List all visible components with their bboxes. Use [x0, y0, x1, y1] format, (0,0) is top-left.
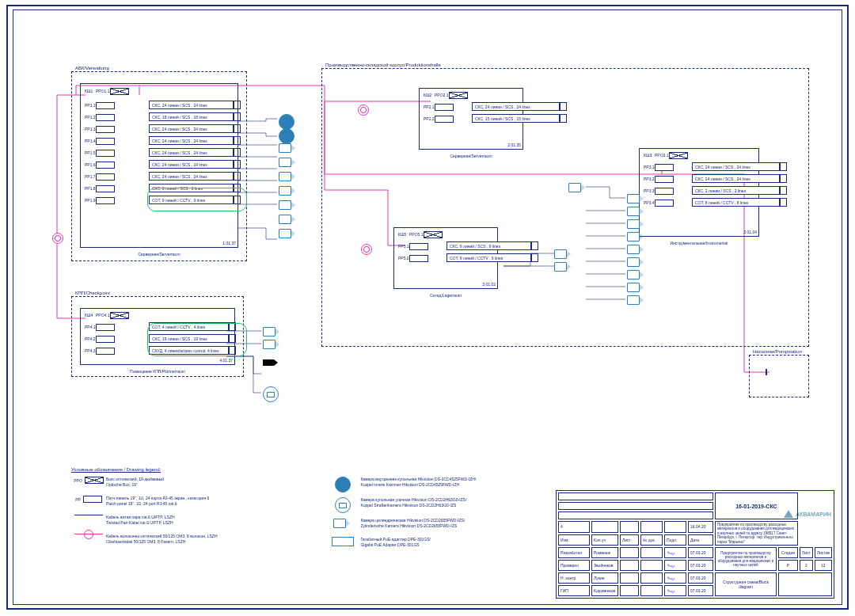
- port-icon: [559, 102, 567, 111]
- port-icon: [779, 186, 787, 195]
- cyl-cam-icon: [263, 339, 282, 350]
- link-label: СКС, 24 линии / SCS , 24 lines: [149, 172, 234, 181]
- room-server1: КШ1 PPO1.1 PP1.1СКС, 24 линии / SCS , 24…: [80, 83, 238, 248]
- patch-panel-icon: [96, 336, 115, 343]
- cyl-cam-icon: [627, 206, 646, 217]
- link-label: СКС, 24 линии / SCS , 24 lines: [692, 174, 781, 183]
- patch-panel-icon: [96, 197, 115, 204]
- cyl-cam-icon: [279, 143, 298, 154]
- building-label: Производственно-складской корпус/Produkt…: [325, 63, 441, 67]
- building-label: КПП/Checkpoint: [75, 291, 110, 295]
- cyl-cam-icon: [627, 257, 646, 268]
- building-pump: Насосная/Pumpstation: [749, 355, 809, 397]
- port-icon: [228, 334, 236, 343]
- building-kpp: КПП/Checkpoint КШ4 PPO4.1 PP4.1СОТ, 4 ли…: [71, 296, 244, 377]
- building-abk: АБК/Verwaltung КШ1 PPO1.1 PP1.1СКС, 24 л…: [71, 71, 247, 261]
- port-icon: [233, 184, 241, 192]
- pp-row: PP2.2: [424, 115, 457, 123]
- link-label: СКС, 24 линии / SCS , 24 lines: [149, 136, 234, 145]
- link-label: СОТ, 8 линий / CCTV , 8 lines: [692, 198, 781, 207]
- legend-title: Условные обозначения / Drawing legend:: [71, 467, 586, 472]
- port-icon: [233, 196, 241, 204]
- patch-panel-icon: [96, 138, 115, 145]
- pp-row: PP3.2: [644, 175, 677, 183]
- building-label: АБК/Verwaltung: [75, 66, 109, 70]
- link-label: СКУД, 4 линии/access control, 4 lines: [149, 346, 230, 355]
- titleblock-row: Н. контр.Лукин✎sig07.03.20Структурная сх…: [558, 572, 832, 584]
- doc-number: 16-01-2019-СКС: [715, 492, 798, 519]
- legend-item: Кабель волоконно-оптический 50/125 ОМ3, …: [71, 534, 293, 548]
- link-label: СКС, 18 линий / SCS , 18 lines: [149, 112, 234, 121]
- port-icon: [233, 112, 241, 121]
- port-icon: [233, 124, 241, 133]
- pp-row: PP3.1: [644, 163, 677, 171]
- cyl-cam-icon: [627, 295, 646, 306]
- patch-panel-icon: [409, 255, 428, 262]
- link-label: СКС, 24 линии / SCS , 24 lines: [149, 160, 234, 169]
- optical-box-icon: [110, 312, 129, 319]
- titleblock-row: 416.04.20Предприятие по производству рас…: [558, 521, 832, 532]
- port-icon: [559, 114, 567, 123]
- building-label: Насосная/Pumpstation: [753, 349, 802, 354]
- patch-panel-icon: [655, 176, 674, 183]
- link-label: СКС, 2 линии / SCS , 2 lines: [692, 186, 781, 195]
- cyl-cam-icon: [568, 182, 587, 193]
- legend: Условные обозначения / Drawing legend: P…: [71, 467, 586, 556]
- legend-item: Камера купольная уличная Hikvision DS-2C…: [325, 497, 579, 513]
- room-sklad: КШ5 PPO5.1 PP5.1СКС, 9 линий / SCS , 9 l…: [393, 227, 498, 289]
- patch-panel-icon: [435, 116, 454, 123]
- pp-row: PP1.6: [85, 161, 118, 169]
- link-label: СОТ, 4 линий / CCTV , 4 lines: [149, 322, 230, 331]
- pp-row: PP5.2: [398, 254, 431, 262]
- optical-box-icon: [449, 92, 468, 99]
- patch-panel-icon: [96, 150, 115, 157]
- titleblock-row: ПроверилЗвойников✎sig07.03.20Р212: [558, 560, 832, 571]
- cyl-cam-icon: [279, 157, 298, 168]
- port-icon: [228, 322, 236, 331]
- patch-panel-icon: [96, 324, 115, 331]
- room-instrument: КШ3 PPO3.1 PP3.1СКС, 24 линии / SCS , 24…: [639, 148, 759, 237]
- cyl-cam-icon: [279, 200, 298, 211]
- patch-panel-icon: [96, 173, 115, 181]
- legend-item: Камера внутренняя купольная Hikvision DS…: [325, 477, 579, 492]
- legend-item: Гигабитный PoE-адаптер DPE-301GS/Gigabit…: [325, 537, 579, 551]
- building-production: Производственно-складской корпус/Produkt…: [321, 68, 809, 347]
- patch-panel-icon: [655, 200, 674, 207]
- link-label: СКС, 6 линий / SCS , 6 lines: [149, 184, 234, 192]
- pp-row: PP1.3: [85, 125, 118, 133]
- dome-cam-icon: [279, 114, 294, 130]
- optical-box-icon: [424, 231, 443, 238]
- optical-box-icon: [110, 88, 129, 95]
- pp-row: PP1.8: [85, 184, 118, 192]
- link-label: СКС, 15 линий / SCS , 15 lines: [472, 114, 560, 123]
- cyl-cam-icon: [627, 269, 646, 280]
- port-icon: [530, 253, 538, 262]
- titleblock-row: РазработалРоманюк✎sig07.03.20Предприятие…: [558, 547, 832, 558]
- port-icon: [233, 101, 241, 109]
- room-server2: КШ2 PPO2.1 PP2.1СКС, 24 линии / SCS , 24…: [419, 88, 523, 150]
- pp-row: PP1.5: [85, 149, 118, 157]
- patch-panel-icon: [96, 126, 115, 133]
- legend-item: Камера цилиндрическая Hikvision DS-2CD26…: [325, 518, 579, 532]
- pp-row: PP1.9: [85, 196, 118, 204]
- port-icon: [530, 241, 538, 250]
- link-label: СКС, 19 линии / SCS , 19 lines: [149, 334, 230, 343]
- pp-row: PP4.3: [85, 347, 118, 355]
- link-label: СКС, 24 линии / SCS , 24 lines: [149, 101, 234, 109]
- cyl-cam-icon: [627, 231, 646, 242]
- page: АБК/Verwaltung КШ1 PPO1.1 PP1.1СКС, 24 л…: [0, 0, 855, 616]
- patch-panel-icon: [435, 104, 454, 111]
- cyl-cam-icon: [627, 244, 646, 255]
- patch-panel-icon: [766, 370, 770, 375]
- patch-panel-icon: [655, 164, 674, 171]
- dome-cam-icon: [263, 386, 279, 402]
- patch-panel-icon: [96, 114, 115, 121]
- link-label: СКС, 24 линии / SCS , 24 lines: [149, 124, 234, 133]
- cyl-cam-icon: [627, 282, 646, 293]
- pp-row: PP2.1: [424, 103, 457, 111]
- pp-row: PP4.2: [85, 335, 118, 343]
- cyl-cam-icon: [279, 185, 298, 196]
- link-label: СОТ, 9 линий / CCTV , 9 lines: [149, 196, 234, 204]
- title-block: 16-01-2019-СКС 416.04.20Предприятие по п…: [556, 490, 834, 599]
- optical-box-icon: [669, 152, 688, 159]
